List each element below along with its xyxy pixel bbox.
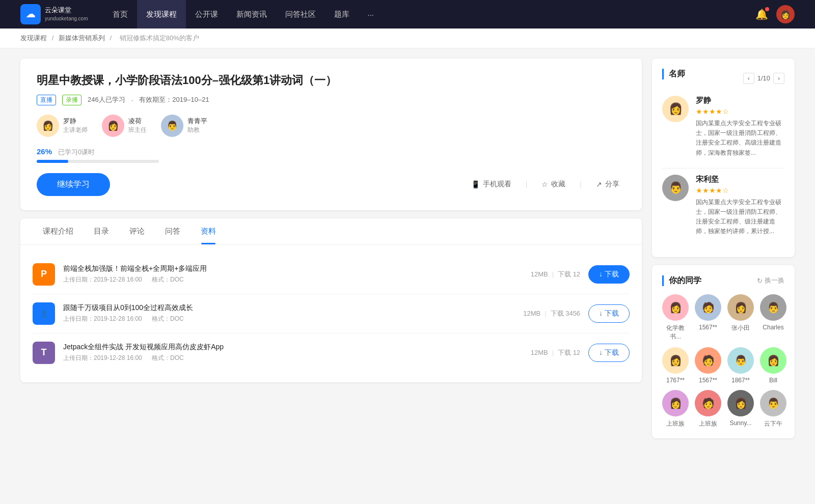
tab-catalog[interactable]: 目录 xyxy=(84,218,119,244)
teacher-sep xyxy=(662,168,784,169)
classmate-item-7: 👩 Bill xyxy=(760,347,786,384)
tab-review[interactable]: 评论 xyxy=(119,218,155,244)
share-button[interactable]: ↗ 分享 xyxy=(590,176,626,193)
teacher-item-1: 👨 宋利坚 ★★★★☆ 国内某重点大学安全工程专业硕士，国家一级注册消防工程师、… xyxy=(662,175,784,237)
teachers-title-row: 名师 ‹ 1/10 › xyxy=(662,69,784,88)
logo[interactable]: ☁ 云朵课堂yunduoketang.com xyxy=(20,4,88,24)
instructors: 👩 罗静 主讲老师 👩 凌荷 班主任 xyxy=(37,115,626,137)
tab-qa[interactable]: 问答 xyxy=(155,218,191,244)
teachers-prev-button[interactable]: ‹ xyxy=(743,73,754,84)
nav-item-opencourse[interactable]: 公开课 xyxy=(186,0,227,29)
teacher-stars-0: ★★★★☆ xyxy=(696,107,784,116)
breadcrumb-series[interactable]: 新媒体营销系列 xyxy=(59,34,105,42)
download-button-1[interactable]: ↓ 下载 xyxy=(588,304,630,323)
classmate-avatar-9[interactable]: 🧑 xyxy=(695,390,721,416)
classmate-avatar-5[interactable]: 🧑 xyxy=(695,347,721,374)
tab-intro[interactable]: 课程介绍 xyxy=(33,218,84,244)
sidebar: 名师 ‹ 1/10 › 👩 罗静 ★★★★☆ 国内某重点大学安全工程专业硕士 xyxy=(652,59,795,438)
teacher-info-0: 罗静 ★★★★☆ 国内某重点大学安全工程专业硕士，国家一级注册消防工程师、注册安… xyxy=(696,96,784,158)
classmate-item-6: 👨 1867** xyxy=(727,347,754,384)
breadcrumb-discover[interactable]: 发现课程 xyxy=(20,34,47,42)
classmate-item-5: 🧑 1567** xyxy=(695,347,721,384)
nav-item-discover[interactable]: 发现课程 xyxy=(137,0,186,29)
progress-percent: 26% xyxy=(37,147,52,156)
resource-name-0: 前端全栈加强版！前端全栈+全周期+多端应用 xyxy=(63,264,523,273)
classmate-name-1: 1567** xyxy=(699,324,717,331)
nav-item-quiz[interactable]: 题库 xyxy=(325,0,359,29)
favorite-button[interactable]: ☆ 收藏 xyxy=(535,176,572,193)
student-count: 246人已学习 xyxy=(88,95,125,104)
share-icon: ↗ xyxy=(596,180,602,188)
download-button-0[interactable]: ↓ 下载 xyxy=(588,265,630,284)
favorite-label: 收藏 xyxy=(551,180,565,189)
classmate-avatar-0[interactable]: 👩 xyxy=(662,294,689,321)
instructor-role-1: 班主任 xyxy=(128,126,147,134)
mobile-watch-button[interactable]: 📱 手机观看 xyxy=(465,176,518,193)
classmate-avatar-10[interactable]: 👩 xyxy=(727,390,754,416)
progress-section: 26% 已学习0课时 xyxy=(37,147,626,163)
teacher-info-1: 宋利坚 ★★★★☆ 国内某重点大学安全工程专业硕士，国家一级注册消防工程师、注册… xyxy=(696,175,784,237)
refresh-icon: ↻ xyxy=(757,277,763,285)
tabs-body: P 前端全栈加强版！前端全栈+全周期+多端应用 上传日期：2019-12-28 … xyxy=(20,245,642,382)
course-card: 明星中教授课，小学阶段语法100分–强化级第1讲动词（一） 直播 录播 246人… xyxy=(20,59,642,210)
classmate-name-0: 化学教书... xyxy=(662,324,689,341)
classmates-title: 你的同学 xyxy=(662,275,701,286)
classmate-item-10: 👩 Sunny... xyxy=(727,390,754,428)
classmates-grid: 👩 化学教书... 🧑 1567** 👩 张小田 👨 Charles 👩 176… xyxy=(662,294,784,428)
teacher-avatar-0: 👩 xyxy=(662,96,689,122)
tab-resources[interactable]: 资料 xyxy=(191,218,226,244)
classmate-name-8: 上班族 xyxy=(666,419,685,428)
classmate-avatar-1[interactable]: 🧑 xyxy=(695,294,721,321)
resource-info-0: 前端全栈加强版！前端全栈+全周期+多端应用 上传日期：2019-12-28 16… xyxy=(63,264,523,284)
user-avatar[interactable]: 👩 xyxy=(776,5,795,23)
resource-icon-2: T xyxy=(33,342,55,364)
nav-item-home[interactable]: 首页 xyxy=(103,0,137,29)
classmate-avatar-6[interactable]: 👨 xyxy=(727,347,754,374)
teachers-next-button[interactable]: › xyxy=(773,73,784,84)
course-actions: 继续学习 📱 手机观看 | ☆ 收藏 | ↗ 分享 xyxy=(37,173,626,196)
resource-item-0: P 前端全栈加强版！前端全栈+全周期+多端应用 上传日期：2019-12-28 … xyxy=(33,255,630,294)
download-button-2[interactable]: ↓ 下载 xyxy=(588,344,630,362)
continue-learning-button[interactable]: 继续学习 xyxy=(37,173,110,196)
course-meta: 直播 录播 246人已学习 · 有效期至：2019–10–21 xyxy=(37,95,626,105)
badge-recorded: 录播 xyxy=(62,95,82,105)
instructor-avatar-0: 👩 xyxy=(37,115,59,137)
navbar: ☁ 云朵课堂yunduoketang.com 首页 发现课程 公开课 新闻资讯 … xyxy=(0,0,815,29)
nav-items: 首页 发现课程 公开课 新闻资讯 问答社区 题库 ··· xyxy=(103,0,755,29)
classmate-name-7: Bill xyxy=(769,377,777,384)
badge-live: 直播 xyxy=(37,95,56,105)
instructor-1: 👩 凌荷 班主任 xyxy=(102,115,147,137)
dot-sep: · xyxy=(131,96,133,104)
classmate-avatar-3[interactable]: 👨 xyxy=(760,294,786,321)
classmate-avatar-2[interactable]: 👩 xyxy=(727,294,754,321)
nav-item-more[interactable]: ··· xyxy=(359,0,384,29)
classmate-name-4: 1767** xyxy=(666,377,685,384)
instructor-name-1: 凌荷 xyxy=(128,117,147,126)
refresh-classmates-button[interactable]: ↻ 换一换 xyxy=(757,276,784,285)
progress-sub: 已学习0课时 xyxy=(58,148,95,156)
nav-item-news[interactable]: 新闻资讯 xyxy=(227,0,276,29)
main-content: 明星中教授课，小学阶段语法100分–强化级第1讲动词（一） 直播 录播 246人… xyxy=(20,59,642,438)
resource-meta-0: 上传日期：2019-12-28 16:00 格式：DOC xyxy=(63,275,523,284)
resource-info-1: 跟随千万级项目从0到100全过程高效成长 上传日期：2019-12-28 16:… xyxy=(63,303,515,323)
classmate-item-4: 👩 1767** xyxy=(662,347,689,384)
classmate-item-11: 👨 云下午 xyxy=(760,390,786,428)
resource-info-2: Jetpack全组件实战 开发短视频应用高仿皮皮虾App 上传日期：2019-1… xyxy=(63,343,523,362)
instructor-avatar-1: 👩 xyxy=(102,115,124,137)
classmate-avatar-8[interactable]: 👩 xyxy=(662,390,689,416)
resource-stats-0: 12MB | 下载 12 xyxy=(531,270,580,279)
teachers-page-indicator: 1/10 xyxy=(757,74,770,82)
tabs-header: 课程介绍 目录 评论 问答 资料 xyxy=(20,218,642,245)
resource-meta-2: 上传日期：2019-12-28 16:00 格式：DOC xyxy=(63,354,523,362)
nav-right: 🔔 👩 xyxy=(755,5,795,23)
teacher-name-0: 罗静 xyxy=(696,96,784,105)
resource-stats-2: 12MB | 下载 12 xyxy=(531,348,580,357)
teacher-stars-1: ★★★★☆ xyxy=(696,186,784,194)
classmate-avatar-4[interactable]: 👩 xyxy=(662,347,689,374)
progress-bar-bg xyxy=(37,160,159,163)
classmate-avatar-11[interactable]: 👨 xyxy=(760,390,786,416)
notification-bell[interactable]: 🔔 xyxy=(755,8,768,20)
classmate-item-2: 👩 张小田 xyxy=(727,294,754,341)
nav-item-qa[interactable]: 问答社区 xyxy=(276,0,325,29)
classmate-avatar-7[interactable]: 👩 xyxy=(760,347,786,374)
